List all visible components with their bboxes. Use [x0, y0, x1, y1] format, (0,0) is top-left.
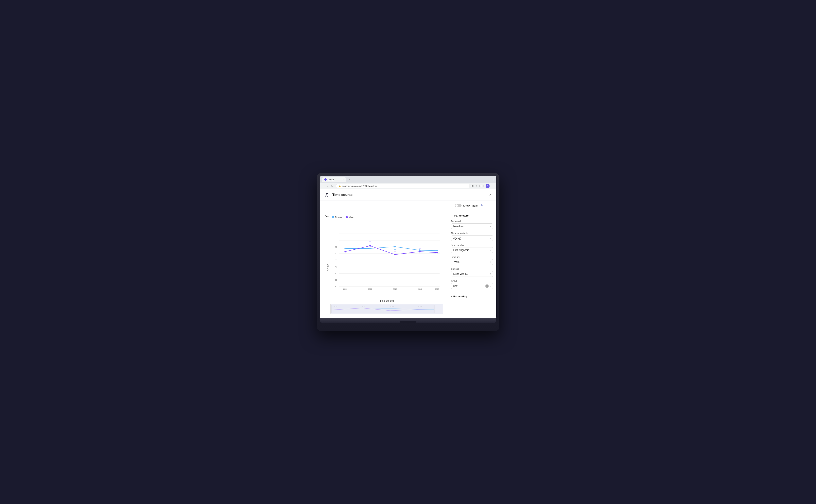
- time-unit-arrow-icon: ▾: [490, 261, 491, 263]
- data-model-select[interactable]: Main level ▾: [451, 223, 493, 229]
- profile-avatar[interactable]: A: [486, 184, 490, 188]
- statistic-arrow-icon: ▾: [490, 273, 491, 275]
- parameters-label: Parameters: [454, 214, 469, 217]
- laptop-base: [320, 318, 496, 323]
- sidebar: ▲ Parameters Data model Main level ▾ Num…: [448, 211, 496, 318]
- toolbar: Show Filters ✎ ···: [320, 201, 496, 211]
- time-variable-group: Time variable First diagnosis ▾: [451, 244, 493, 253]
- browser-topbar: Ledidi × + ⋮: [320, 176, 496, 183]
- new-tab-button[interactable]: +: [348, 178, 351, 181]
- svg-text:2012: 2012: [368, 288, 372, 290]
- app-logo-area: ℒ Time course: [325, 192, 353, 198]
- browser-navbar: ‹ › ↻ 🔒 app.ledidi.no/projects/7134/anal…: [320, 183, 496, 189]
- time-variable-select[interactable]: First diagnosis ▾: [451, 247, 493, 253]
- edit-icon[interactable]: ✎: [480, 203, 484, 208]
- formatting-section-header[interactable]: ▾ Formatting: [451, 295, 493, 298]
- range-highlight: [331, 304, 443, 314]
- group-arrow-icon: ▾: [490, 285, 491, 287]
- group-label: Group: [451, 280, 493, 282]
- browser-tab[interactable]: Ledidi ×: [322, 177, 346, 182]
- group-clear-icon[interactable]: ×: [485, 284, 489, 288]
- tab-title: Ledidi: [328, 178, 334, 181]
- legend-male: Male: [346, 216, 354, 218]
- male-dot: [346, 216, 348, 218]
- time-unit-label: Time unit: [451, 256, 493, 258]
- close-button[interactable]: ×: [489, 193, 491, 197]
- svg-text:40: 40: [335, 266, 337, 268]
- data-model-group: Data model Main level ▾: [451, 220, 493, 229]
- extensions-icon[interactable]: ⊞: [471, 184, 474, 187]
- y-axis-label: Age (y): [326, 264, 329, 271]
- formatting-section: ▾ Formatting: [451, 292, 493, 298]
- browser-actions: ⊞ ☆ ⊡ | A ⋮: [471, 184, 494, 188]
- filters-toggle-switch[interactable]: [455, 204, 461, 207]
- svg-point-47: [394, 254, 396, 255]
- parameters-section-header[interactable]: ▲ Parameters: [451, 214, 493, 217]
- svg-text:80: 80: [335, 239, 337, 241]
- more-options-icon[interactable]: ···: [487, 203, 491, 209]
- group-select[interactable]: Sex × ▾: [451, 283, 493, 289]
- show-filters-toggle[interactable]: Show Filters: [455, 204, 478, 207]
- statistic-label: Statistic: [451, 268, 493, 270]
- svg-point-41: [369, 247, 371, 249]
- screen-bezel: Ledidi × + ⋮ ‹ › ↻ 🔒 app.ledidi.no/proje…: [320, 176, 496, 318]
- time-unit-value: Years: [453, 261, 459, 263]
- chart-svg: 90 80 70 60 50 40 30 20 10 0: [330, 222, 443, 299]
- back-button[interactable]: ‹: [322, 184, 325, 188]
- data-model-value: Main level: [453, 225, 464, 228]
- statistic-select[interactable]: Mean with SD ▾: [451, 271, 493, 277]
- group-value: Sex: [453, 285, 458, 287]
- male-label: Male: [349, 216, 354, 218]
- formatting-label: Formatting: [453, 295, 467, 298]
- show-filters-label: Show Filters: [463, 204, 478, 207]
- app-logo: ℒ: [325, 192, 330, 198]
- time-unit-select[interactable]: Years ▾: [451, 259, 493, 265]
- numeric-variable-select[interactable]: Age (y) ▾: [451, 235, 493, 241]
- svg-text:60: 60: [335, 253, 337, 255]
- browser-separator: |: [483, 184, 484, 187]
- svg-text:0: 0: [336, 288, 337, 290]
- page-title: Time course: [332, 193, 353, 197]
- numeric-variable-label: Numeric variable: [451, 232, 493, 234]
- svg-point-46: [369, 245, 371, 246]
- address-bar[interactable]: 🔒 app.ledidi.no/projects/7134/analysis: [336, 184, 470, 188]
- svg-text:ℒ: ℒ: [325, 192, 328, 198]
- svg-text:20: 20: [335, 279, 337, 281]
- numeric-variable-arrow-icon: ▾: [490, 237, 491, 239]
- range-selector[interactable]: 2011 2012 2013 2014: [330, 304, 443, 314]
- app-container: ℒ Time course × Show Filters ✎: [320, 189, 496, 318]
- toggle-knob: [455, 204, 458, 207]
- time-variable-arrow-icon: ▾: [490, 249, 491, 251]
- tab-close-button[interactable]: ×: [343, 178, 344, 181]
- header-actions: ×: [489, 193, 491, 197]
- main-content: Sex Female Male Age (y): [320, 211, 496, 318]
- time-variable-label: Time variable: [451, 244, 493, 246]
- svg-point-42: [394, 246, 396, 247]
- tab-menu-button[interactable]: ⋮: [492, 178, 494, 181]
- female-dot: [332, 216, 334, 218]
- address-text: app.ledidi.no/projects/7134/analysis: [342, 185, 377, 187]
- chart-area: Sex Female Male Age (y): [320, 211, 448, 318]
- legend-title: Sex: [325, 215, 329, 218]
- data-model-label: Data model: [451, 220, 493, 222]
- laptop-frame: Ledidi × + ⋮ ‹ › ↻ 🔒 app.ledidi.no/proje…: [317, 173, 499, 331]
- x-axis-label: First diagnosis: [330, 299, 443, 302]
- svg-text:2013: 2013: [393, 288, 397, 290]
- chart-legend: Sex Female Male: [325, 215, 443, 219]
- chart-wrapper: 90 80 70 60 50 40 30 20 10 0: [330, 222, 443, 299]
- browser-more-icon[interactable]: ⋮: [491, 184, 494, 188]
- forward-button[interactable]: ›: [326, 184, 329, 188]
- svg-text:2014: 2014: [418, 288, 422, 290]
- svg-text:70: 70: [335, 246, 337, 248]
- time-unit-group: Time unit Years ▾: [451, 256, 493, 265]
- statistic-group: Statistic Mean with SD ▾: [451, 268, 493, 277]
- ledidi-favicon: [324, 178, 327, 181]
- group-group: Group Sex × ▾: [451, 280, 493, 289]
- svg-text:2015: 2015: [435, 288, 439, 290]
- bookmark-icon[interactable]: ☆: [475, 184, 478, 187]
- profile-menu-icon[interactable]: ⊡: [479, 184, 481, 187]
- legend-female: Female: [332, 216, 343, 218]
- reload-button[interactable]: ↻: [330, 184, 334, 188]
- numeric-variable-group: Numeric variable Age (y) ▾: [451, 232, 493, 241]
- app-header: ℒ Time course ×: [320, 189, 496, 201]
